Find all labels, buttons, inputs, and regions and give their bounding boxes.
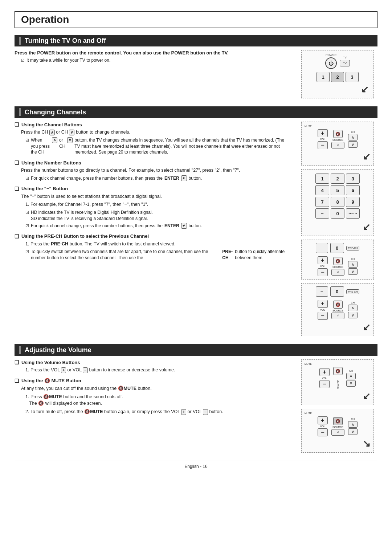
sub-prech-button: Using the PRE-CH Button to select the Pr… [15,233,287,261]
vol-plus-2: + [318,256,328,264]
sub-title-channel-buttons: Using the Channel Buttons [15,122,287,127]
num-8: 8 [331,197,344,207]
source-btn-2: ⏎ [331,269,344,276]
remote-vol-source-1: MUTE + VOL − 🔇 SourCE CH ∧ ∨ [301,359,374,405]
section-header-volume: Adjusting the Volume [15,344,377,356]
source-btn-m: ⏎ [331,429,344,436]
vol-plus-1: + [318,129,328,137]
sub-title-prech: Using the PRE-CH Button to select the Pr… [15,233,287,239]
ch-down-m: ∨ [348,428,358,435]
volume-step-1: 1. Press the VOL + or VOL − button to in… [25,367,287,374]
dash-btn-2: − [316,243,328,253]
ch-up-2: ∧ [348,261,358,268]
vol-plus-v1: + [319,368,330,376]
turning-tv-intro: Press the POWER button on the remote con… [15,50,287,56]
prech-step-1: 1. Press the PRE-CH button. The TV will … [25,241,287,248]
section-header-channels: Changing Channels [15,106,377,118]
ch-up-v1: ∧ [346,373,356,379]
section-adjusting-volume: Adjusting the Volume Using the Volume Bu… [15,344,377,453]
sub-volume-buttons: Using the Volume Buttons 1. Press the VO… [15,359,287,374]
channel-buttons-note: When you press the CH ∧ or CH ∨ button, … [25,137,287,155]
section-turning-tv: Turning the TV On and Off Press the POWE… [15,35,377,98]
arrow-indicator-power: ↙ [361,84,369,95]
tv-button: TV [340,60,350,66]
dash-step-1: 1. For example, for Channel 7-1, press "… [25,201,287,208]
mute-btn-m: 🔇 [333,417,343,425]
num-row-123: 1 2 3 [317,72,359,82]
dash-button-body: The "−" button is used to select station… [21,193,287,200]
channels-diagrams: MUTE + VOL − 🔇 SOURCE ⏎ CH ∧ [298,122,377,336]
channels-text: Using the Channel Buttons Press the CH ∧… [15,122,290,336]
btn-1: 1 [317,72,330,82]
remote-mute-section: MUTE + VOL − 🔇 SOURCE ⏎ CH ∧ [301,409,374,453]
numpad-grid: 1 2 3 4 5 6 7 8 9 − 0 PRE-CH [315,174,360,219]
number-buttons-body: Press the number buttons to go directly … [21,167,287,174]
remote-numpad: 1 2 3 4 5 6 7 8 9 − 0 PRE-CH ↙ [301,169,374,236]
volume-diagrams: MUTE + VOL − 🔇 SourCE CH ∧ ∨ [298,359,377,453]
mute-step-1: 1. Press 🔇MUTE button and the sound cuts… [25,394,287,407]
arrow-vol1: ↙ [363,391,371,402]
ch-down-2: ∨ [348,268,358,275]
num-2: 2 [331,174,344,184]
num-0: 0 [331,208,344,219]
prech-btn-3: PRE-CH [346,289,360,294]
mute-body: At any time, you can cut off the sound u… [21,385,287,392]
arrow-ch1: ↙ [363,151,371,162]
arrow-mute: ↘ [363,438,371,449]
source-btn-3: ⏎ [331,313,344,319]
page-title: Operation [15,11,377,28]
turning-tv-text: Press the POWER button on the remote con… [15,50,290,98]
num-9: 9 [346,197,360,207]
num-1: 1 [315,174,329,184]
sub-channel-buttons: Using the Channel Buttons Press the CH ∧… [15,122,287,155]
vol-minus-1: − [318,141,328,149]
ch-up-3: ∧ [348,305,358,311]
ch-down-v1: ∨ [346,380,356,387]
turning-tv-diagram: POWER ⏻ TV TV 1 2 3 ↙ [298,50,377,98]
num-3: 3 [346,174,360,184]
mute-btn-3: 🔇 [333,301,343,309]
dash-note-2: For quick channel change, press the numb… [25,223,287,229]
sub-title-dash-button: Using the "−" Button [15,186,287,192]
page-footer: English - 16 [15,461,377,469]
mute-btn-1: 🔇 [333,130,343,138]
ch-up-m: ∧ [348,421,358,428]
section-header-turning: Turning the TV On and Off [15,35,377,46]
mute-btn-v1: 🔇 [333,367,343,375]
arrow-numpad: ↙ [363,221,371,233]
mute-step-2: 2. To turn mute off, press the 🔇MUTE but… [25,408,287,415]
num-7: 7 [315,197,329,207]
number-buttons-note: For quick channel change, press the numb… [25,175,287,182]
section-changing-channels: Changing Channels Using the Channel Butt… [15,106,377,336]
btn-3: 3 [346,72,359,82]
sub-number-buttons: Using the Number Buttons Press the numbe… [15,160,287,182]
sub-dash-button: Using the "−" Button The "−" button is u… [15,186,287,229]
ch-down-3: ∨ [348,312,358,318]
remote-vol-ch-3: − 0 PRE-CH + VOL − 🔇 SOURCE ⏎ [301,283,374,336]
num-5: 5 [331,185,344,195]
ch-down-1: ∨ [348,141,358,148]
zero-btn-3: 0 [330,286,344,297]
vol-plus-m: + [318,416,328,424]
btn-2: 2 [331,72,344,82]
source-btn-1: ⏎ [331,142,344,148]
vol-minus-3: − [318,312,328,320]
vol-minus-2: − [318,268,328,276]
turning-tv-note: It may take a while for your TV to power… [21,58,287,63]
arrow-ch3: ↙ [363,322,371,333]
remote-vol-ch-1: MUTE + VOL − 🔇 SOURCE ⏎ CH ∧ [301,122,374,166]
power-remote: POWER ⏻ TV TV 1 2 3 [317,53,359,82]
dash-btn-3: − [316,286,328,297]
channel-buttons-body: Press the CH ∧ or CH ∨ button to change … [21,129,287,136]
vol-minus-v1: − [319,380,330,388]
prech-note: To quickly switch between two channels t… [25,249,287,261]
mute-btn-2: 🔇 [333,257,343,265]
vol-minus-m: − [318,428,328,436]
volume-text: Using the Volume Buttons 1. Press the VO… [15,359,290,453]
power-remote-box: POWER ⏻ TV TV 1 2 3 ↙ [301,50,374,98]
power-button: ⏻ [325,57,337,69]
prech-btn-2: PRE-CH [346,246,360,250]
sub-title-mute: Using the 🔇 MUTE Button [15,378,287,384]
ch-up-1: ∧ [348,134,358,140]
num-4: 4 [315,185,329,195]
